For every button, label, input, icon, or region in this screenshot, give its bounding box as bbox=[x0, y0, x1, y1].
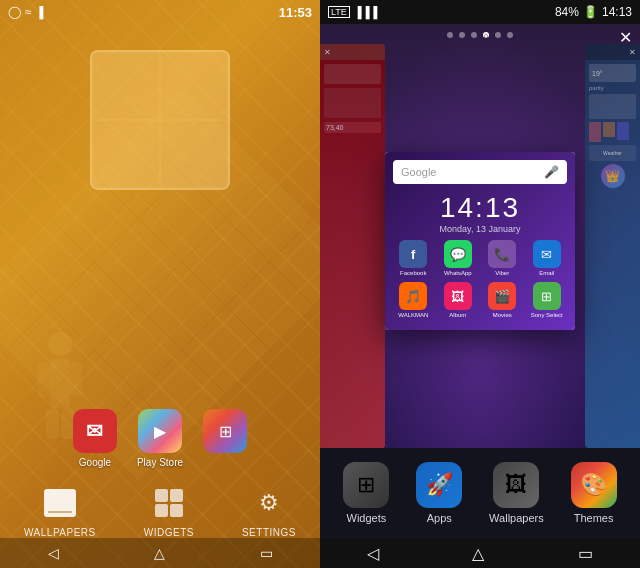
side-screen-right-content: ✕ 19° partly Weather bbox=[585, 44, 640, 448]
google-search-bar[interactable]: Google 🎤 bbox=[393, 160, 567, 184]
recents-nav-right[interactable]: ▭ bbox=[578, 544, 593, 563]
movies-app[interactable]: 🎬 Movies bbox=[482, 282, 523, 318]
playstore-app[interactable]: ▶ Play Store bbox=[137, 409, 183, 468]
page-dot-1 bbox=[447, 32, 453, 38]
clock-display: 14:13 Monday, 13 January bbox=[393, 192, 567, 234]
dock-wallpapers-icon: 🖼 bbox=[493, 462, 539, 508]
svg-rect-1 bbox=[50, 359, 70, 409]
gmail-label: Google bbox=[79, 457, 111, 468]
google-text: Google bbox=[401, 166, 436, 178]
dock-wallpapers-label: Wallpapers bbox=[489, 512, 544, 524]
status-time-left: 11:53 bbox=[279, 5, 312, 20]
right-panel: LTE ▐▐▐ 84% 🔋 14:13 ⌂ ✕ ✕ bbox=[320, 0, 640, 568]
dock-themes-label: Themes bbox=[574, 512, 614, 524]
folder-area bbox=[90, 50, 230, 190]
dock-apps[interactable]: 🚀 Apps bbox=[416, 462, 462, 524]
status-right-right: 84% 🔋 14:13 bbox=[555, 5, 632, 19]
wallpapers-menu-label: WALLPAPERS bbox=[24, 527, 96, 538]
sony-select-label: Sony Select bbox=[531, 312, 563, 318]
app-grid-row2: 🎵 WALKMAN 🖼 Album 🎬 Movi bbox=[393, 282, 567, 318]
app-icons-left: ✉ Google ▶ Play Store ⊞ bbox=[0, 409, 320, 468]
home-nav-icon[interactable]: △ bbox=[154, 545, 165, 561]
side-panel-left: ✕ 73,40 bbox=[320, 44, 385, 448]
svg-rect-3 bbox=[70, 362, 82, 397]
album-icon: 🖼 bbox=[444, 282, 472, 310]
status-icons-left: ◯ ≈ ▐ bbox=[8, 5, 43, 19]
playstore-label: Play Store bbox=[137, 457, 183, 468]
extra-icon: ⊞ bbox=[203, 409, 247, 453]
wifi-icon: ≈ bbox=[25, 5, 32, 19]
settings-menu-item[interactable]: ⚙ SETTINGS bbox=[242, 485, 296, 538]
walkman-icon: 🎵 bbox=[399, 282, 427, 310]
battery-icon: ▐ bbox=[36, 6, 44, 18]
whatsapp-icon: 💬 bbox=[444, 240, 472, 268]
dock-apps-icon: 🚀 bbox=[416, 462, 462, 508]
dock-widgets-icon: ⊞ bbox=[343, 462, 389, 508]
sony-select-app[interactable]: ⊞ Sony Select bbox=[527, 282, 568, 318]
gmail-icon: ✉ bbox=[73, 409, 117, 453]
side-panel-right: ✕ 19° partly Weather bbox=[585, 44, 640, 448]
clock-time: 14:13 bbox=[393, 192, 567, 224]
email-app[interactable]: ✉ Email bbox=[527, 240, 568, 276]
dock-themes[interactable]: 🎨 Themes bbox=[571, 462, 617, 524]
page-dot-home: ⌂ bbox=[483, 32, 489, 38]
dock-widgets[interactable]: ⊞ Widgets bbox=[343, 462, 389, 524]
settings-menu-icon: ⚙ bbox=[251, 485, 287, 521]
home-nav-right[interactable]: △ bbox=[472, 544, 484, 563]
bottom-dock: ⊞ Widgets 🚀 Apps 🖼 Wallpapers 🎨 Themes bbox=[320, 448, 640, 538]
nav-bar-right: ◁ △ ▭ bbox=[320, 538, 640, 568]
wallpapers-menu-icon bbox=[42, 485, 78, 521]
app-grid-row1: f Facebook 💬 WhatsApp 📞 V bbox=[393, 240, 567, 276]
page-dot-5 bbox=[495, 32, 501, 38]
sony-select-icon: ⊞ bbox=[533, 282, 561, 310]
wallpapers-menu-item[interactable]: WALLPAPERS bbox=[24, 485, 96, 538]
mic-icon: 🎤 bbox=[544, 165, 559, 179]
status-bar-left: ◯ ≈ ▐ 11:53 bbox=[0, 0, 320, 24]
back-nav-icon[interactable]: ◁ bbox=[48, 545, 59, 561]
facebook-icon: f bbox=[399, 240, 427, 268]
folder-half-2 bbox=[160, 52, 228, 120]
signal-bars: ▐▐▐ bbox=[354, 6, 377, 18]
carousel-area: ⌂ ✕ ✕ 73,40 ✕ bbox=[320, 24, 640, 448]
back-nav-right[interactable]: ◁ bbox=[367, 544, 379, 563]
walkman-app[interactable]: 🎵 WALKMAN bbox=[393, 282, 434, 318]
phone-center-mockup: Google 🎤 14:13 Monday, 13 January f Face… bbox=[385, 152, 575, 330]
email-icon: ✉ bbox=[533, 240, 561, 268]
recents-nav-icon[interactable]: ▭ bbox=[260, 545, 273, 561]
whatsapp-label: WhatsApp bbox=[444, 270, 472, 276]
viber-app[interactable]: 📞 Viber bbox=[482, 240, 523, 276]
widgets-menu-label: WIDGETS bbox=[144, 527, 194, 538]
dock-wallpapers[interactable]: 🖼 Wallpapers bbox=[489, 462, 544, 524]
gmail-app[interactable]: ✉ Google bbox=[73, 409, 117, 468]
viber-icon: 📞 bbox=[488, 240, 516, 268]
page-dot-6 bbox=[507, 32, 513, 38]
svg-point-0 bbox=[48, 332, 72, 356]
battery-icon-right: 🔋 bbox=[583, 5, 598, 19]
walkman-label: WALKMAN bbox=[398, 312, 428, 318]
album-app[interactable]: 🖼 Album bbox=[438, 282, 479, 318]
widgets-menu-item[interactable]: WIDGETS bbox=[144, 485, 194, 538]
extra-app[interactable]: ⊞ bbox=[203, 409, 247, 468]
movies-label: Movies bbox=[493, 312, 512, 318]
clock-date: Monday, 13 January bbox=[393, 224, 567, 234]
album-label: Album bbox=[449, 312, 466, 318]
whatsapp-app[interactable]: 💬 WhatsApp bbox=[438, 240, 479, 276]
nav-bar-left: ◁ △ ▭ bbox=[0, 538, 320, 568]
page-dots: ⌂ bbox=[447, 32, 513, 38]
folder-half-3 bbox=[92, 120, 160, 188]
left-panel: ◯ ≈ ▐ 11:53 ✉ Google bbox=[0, 0, 320, 568]
page-dot-2 bbox=[459, 32, 465, 38]
dock-themes-icon: 🎨 bbox=[571, 462, 617, 508]
lte-indicator: LTE bbox=[328, 6, 350, 18]
folder-half-4 bbox=[160, 120, 228, 188]
widgets-menu-icon bbox=[151, 485, 187, 521]
settings-menu-label: SETTINGS bbox=[242, 527, 296, 538]
folder-icon[interactable] bbox=[90, 50, 230, 190]
battery-percent: 84% bbox=[555, 5, 579, 19]
page-dot-3 bbox=[471, 32, 477, 38]
phone-screen-content: Google 🎤 14:13 Monday, 13 January f Face… bbox=[385, 152, 575, 330]
playstore-icon: ▶ bbox=[138, 409, 182, 453]
status-bar-right: LTE ▐▐▐ 84% 🔋 14:13 bbox=[320, 0, 640, 24]
close-button[interactable]: ✕ bbox=[619, 28, 632, 47]
facebook-app[interactable]: f Facebook bbox=[393, 240, 434, 276]
